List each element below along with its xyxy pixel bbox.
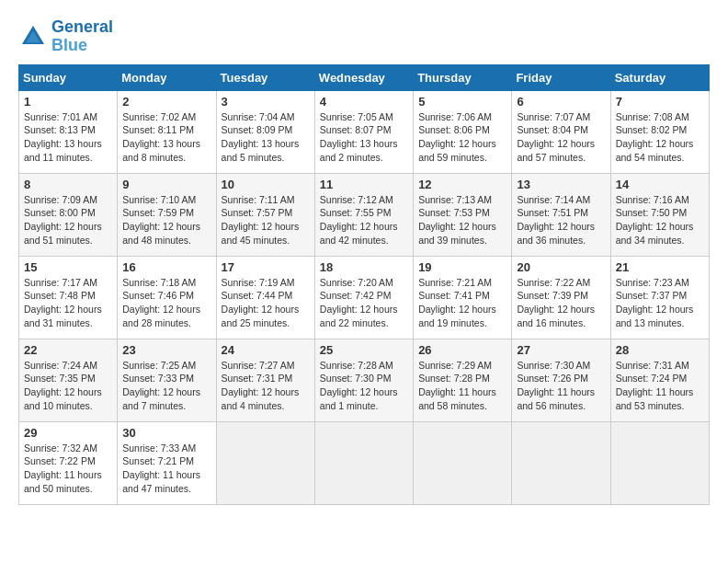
day-info: Sunrise: 7:09 AM Sunset: 8:00 PM Dayligh…	[24, 193, 112, 247]
calendar-cell: 14Sunrise: 7:16 AM Sunset: 7:50 PM Dayli…	[610, 173, 709, 256]
day-info: Sunrise: 7:33 AM Sunset: 7:21 PM Dayligh…	[122, 442, 210, 496]
calendar-cell: 25Sunrise: 7:28 AM Sunset: 7:30 PM Dayli…	[314, 339, 413, 421]
calendar-cell: 5Sunrise: 7:06 AM Sunset: 8:06 PM Daylig…	[414, 90, 512, 173]
calendar-cell: 9Sunrise: 7:10 AM Sunset: 7:59 PM Daylig…	[118, 173, 216, 256]
calendar-cell: 19Sunrise: 7:21 AM Sunset: 7:41 PM Dayli…	[414, 256, 512, 339]
day-number: 19	[418, 260, 506, 274]
column-header-sunday: Sunday	[19, 64, 118, 90]
day-info: Sunrise: 7:32 AM Sunset: 7:22 PM Dayligh…	[24, 442, 112, 496]
logo: General Blue	[18, 18, 113, 55]
day-info: Sunrise: 7:14 AM Sunset: 7:51 PM Dayligh…	[517, 193, 605, 247]
calendar-cell	[610, 421, 709, 504]
column-header-monday: Monday	[118, 64, 216, 90]
day-number: 14	[616, 178, 704, 191]
day-number: 5	[418, 95, 506, 109]
logo-icon	[18, 22, 48, 52]
day-info: Sunrise: 7:24 AM Sunset: 7:35 PM Dayligh…	[24, 359, 112, 413]
day-number: 23	[122, 343, 210, 357]
calendar-cell: 22Sunrise: 7:24 AM Sunset: 7:35 PM Dayli…	[19, 339, 118, 421]
calendar-cell: 26Sunrise: 7:29 AM Sunset: 7:28 PM Dayli…	[414, 339, 512, 421]
day-number: 4	[320, 95, 408, 109]
day-number: 2	[122, 95, 210, 109]
day-number: 10	[222, 178, 310, 191]
calendar-cell: 13Sunrise: 7:14 AM Sunset: 7:51 PM Dayli…	[512, 173, 610, 256]
day-info: Sunrise: 7:31 AM Sunset: 7:24 PM Dayligh…	[616, 359, 704, 413]
day-info: Sunrise: 7:19 AM Sunset: 7:44 PM Dayligh…	[222, 276, 310, 330]
column-header-friday: Friday	[512, 64, 610, 90]
day-info: Sunrise: 7:10 AM Sunset: 7:59 PM Dayligh…	[122, 193, 210, 247]
calendar-table: SundayMondayTuesdayWednesdayThursdayFrid…	[18, 64, 710, 505]
calendar-cell	[216, 421, 314, 504]
day-info: Sunrise: 7:25 AM Sunset: 7:33 PM Dayligh…	[122, 359, 210, 413]
day-number: 22	[24, 343, 112, 357]
day-number: 30	[122, 426, 210, 440]
calendar-cell: 3Sunrise: 7:04 AM Sunset: 8:09 PM Daylig…	[216, 90, 314, 173]
calendar-cell: 17Sunrise: 7:19 AM Sunset: 7:44 PM Dayli…	[216, 256, 314, 339]
day-number: 29	[24, 426, 112, 440]
calendar-cell: 7Sunrise: 7:08 AM Sunset: 8:02 PM Daylig…	[610, 90, 709, 173]
day-number: 13	[517, 178, 605, 191]
day-number: 3	[222, 95, 310, 109]
calendar-cell: 16Sunrise: 7:18 AM Sunset: 7:46 PM Dayli…	[118, 256, 216, 339]
day-number: 1	[24, 95, 112, 109]
calendar-cell: 11Sunrise: 7:12 AM Sunset: 7:55 PM Dayli…	[314, 173, 413, 256]
day-number: 25	[320, 343, 408, 357]
calendar-cell: 18Sunrise: 7:20 AM Sunset: 7:42 PM Dayli…	[314, 256, 413, 339]
day-info: Sunrise: 7:20 AM Sunset: 7:42 PM Dayligh…	[320, 276, 408, 330]
calendar-cell: 2Sunrise: 7:02 AM Sunset: 8:11 PM Daylig…	[118, 90, 216, 173]
column-header-saturday: Saturday	[610, 64, 709, 90]
calendar-cell: 6Sunrise: 7:07 AM Sunset: 8:04 PM Daylig…	[512, 90, 610, 173]
calendar-cell: 27Sunrise: 7:30 AM Sunset: 7:26 PM Dayli…	[512, 339, 610, 421]
calendar-cell: 21Sunrise: 7:23 AM Sunset: 7:37 PM Dayli…	[610, 256, 709, 339]
day-info: Sunrise: 7:06 AM Sunset: 8:06 PM Dayligh…	[418, 110, 506, 165]
calendar-header: SundayMondayTuesdayWednesdayThursdayFrid…	[19, 64, 710, 90]
day-info: Sunrise: 7:11 AM Sunset: 7:57 PM Dayligh…	[222, 193, 310, 247]
day-info: Sunrise: 7:01 AM Sunset: 8:13 PM Dayligh…	[24, 110, 112, 165]
day-info: Sunrise: 7:02 AM Sunset: 8:11 PM Dayligh…	[122, 110, 210, 165]
day-info: Sunrise: 7:13 AM Sunset: 7:53 PM Dayligh…	[418, 193, 506, 247]
calendar-cell: 28Sunrise: 7:31 AM Sunset: 7:24 PM Dayli…	[610, 339, 709, 421]
column-header-thursday: Thursday	[414, 64, 512, 90]
calendar-cell: 8Sunrise: 7:09 AM Sunset: 8:00 PM Daylig…	[19, 173, 118, 256]
day-number: 20	[517, 260, 605, 274]
calendar-cell: 23Sunrise: 7:25 AM Sunset: 7:33 PM Dayli…	[118, 339, 216, 421]
day-info: Sunrise: 7:12 AM Sunset: 7:55 PM Dayligh…	[320, 193, 408, 247]
day-number: 26	[418, 343, 506, 357]
day-info: Sunrise: 7:16 AM Sunset: 7:50 PM Dayligh…	[616, 193, 704, 247]
day-number: 16	[122, 260, 210, 274]
column-header-tuesday: Tuesday	[216, 64, 314, 90]
calendar-cell: 10Sunrise: 7:11 AM Sunset: 7:57 PM Dayli…	[216, 173, 314, 256]
calendar-cell	[512, 421, 610, 504]
day-info: Sunrise: 7:07 AM Sunset: 8:04 PM Dayligh…	[517, 110, 605, 165]
day-info: Sunrise: 7:23 AM Sunset: 7:37 PM Dayligh…	[616, 276, 704, 330]
day-number: 24	[222, 343, 310, 357]
week-row-1: 1Sunrise: 7:01 AM Sunset: 8:13 PM Daylig…	[19, 90, 710, 173]
calendar-cell: 24Sunrise: 7:27 AM Sunset: 7:31 PM Dayli…	[216, 339, 314, 421]
day-info: Sunrise: 7:04 AM Sunset: 8:09 PM Dayligh…	[222, 110, 310, 165]
logo-text: General Blue	[51, 18, 113, 55]
calendar-cell	[314, 421, 413, 504]
column-header-wednesday: Wednesday	[314, 64, 413, 90]
week-row-3: 15Sunrise: 7:17 AM Sunset: 7:48 PM Dayli…	[19, 256, 710, 339]
day-info: Sunrise: 7:22 AM Sunset: 7:39 PM Dayligh…	[517, 276, 605, 330]
week-row-5: 29Sunrise: 7:32 AM Sunset: 7:22 PM Dayli…	[19, 421, 710, 504]
day-info: Sunrise: 7:08 AM Sunset: 8:02 PM Dayligh…	[616, 110, 704, 165]
day-number: 27	[517, 343, 605, 357]
day-number: 8	[24, 178, 112, 191]
day-info: Sunrise: 7:27 AM Sunset: 7:31 PM Dayligh…	[222, 359, 310, 413]
day-info: Sunrise: 7:17 AM Sunset: 7:48 PM Dayligh…	[24, 276, 112, 330]
calendar-cell: 1Sunrise: 7:01 AM Sunset: 8:13 PM Daylig…	[19, 90, 118, 173]
day-info: Sunrise: 7:28 AM Sunset: 7:30 PM Dayligh…	[320, 359, 408, 413]
page-header: General Blue	[18, 18, 710, 55]
day-number: 17	[222, 260, 310, 274]
day-info: Sunrise: 7:30 AM Sunset: 7:26 PM Dayligh…	[517, 359, 605, 413]
calendar-cell: 15Sunrise: 7:17 AM Sunset: 7:48 PM Dayli…	[19, 256, 118, 339]
calendar-cell: 29Sunrise: 7:32 AM Sunset: 7:22 PM Dayli…	[19, 421, 118, 504]
day-number: 28	[616, 343, 704, 357]
calendar-cell	[414, 421, 512, 504]
day-number: 7	[616, 95, 704, 109]
day-number: 21	[616, 260, 704, 274]
calendar-cell: 20Sunrise: 7:22 AM Sunset: 7:39 PM Dayli…	[512, 256, 610, 339]
calendar-cell: 30Sunrise: 7:33 AM Sunset: 7:21 PM Dayli…	[118, 421, 216, 504]
week-row-4: 22Sunrise: 7:24 AM Sunset: 7:35 PM Dayli…	[19, 339, 710, 421]
